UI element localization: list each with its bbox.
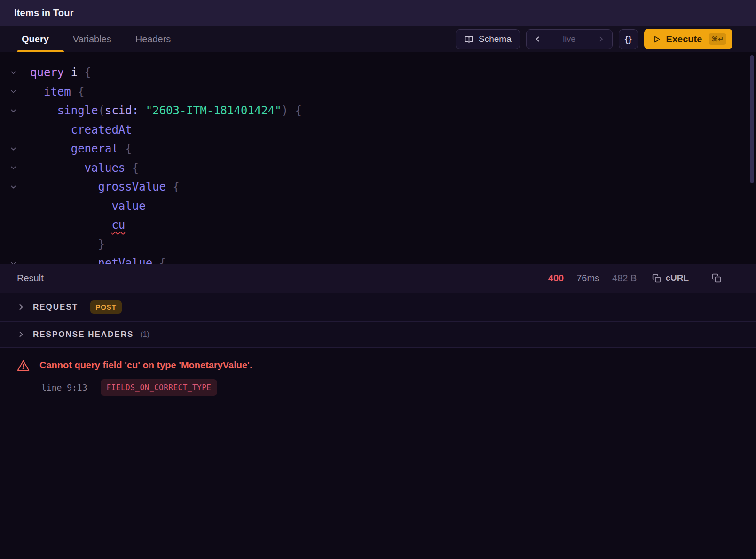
code-text: }: [98, 235, 104, 254]
chevron-right-icon: [17, 330, 25, 338]
code-line[interactable]: item {: [0, 82, 756, 102]
code-token: [152, 256, 159, 264]
code-token: {: [295, 104, 302, 117]
code-text: value: [111, 197, 145, 216]
fold-chevron-icon[interactable]: [0, 164, 30, 171]
code-lines: query i {item {single(scid: "2603-ITM-18…: [0, 63, 756, 264]
code-text: general {: [71, 139, 132, 159]
code-line[interactable]: createdAt: [0, 120, 756, 140]
code-token: {: [173, 180, 179, 193]
code-token: [166, 180, 173, 193]
fold-chevron-icon[interactable]: [0, 260, 30, 264]
env-next-button[interactable]: [594, 33, 608, 45]
code-token: [78, 66, 84, 79]
error-rule-badge: FIELDS_ON_CORRECT_TYPE: [101, 379, 218, 396]
code-token: [64, 66, 71, 79]
execute-button-label: Execute: [666, 34, 702, 45]
keyboard-shortcut-badge: ⌘↵: [709, 33, 726, 45]
fold-chevron-icon[interactable]: [0, 107, 30, 114]
code-token: values: [85, 161, 126, 175]
fold-chevron-icon[interactable]: [0, 88, 30, 95]
graphql-ide: Items in Tour Query Variables Headers Sc…: [0, 0, 756, 559]
request-section-toggle[interactable]: REQUEST POST: [0, 293, 756, 321]
schema-button[interactable]: Schema: [456, 29, 520, 49]
code-line[interactable]: query i {: [0, 63, 756, 82]
http-method-badge: POST: [90, 300, 122, 314]
tab-headers[interactable]: Headers: [134, 26, 172, 52]
environment-name: live: [563, 34, 575, 44]
code-line[interactable]: grossValue {: [0, 177, 756, 197]
status-code: 400: [548, 273, 564, 284]
copy-curl-button[interactable]: cURL: [649, 272, 692, 284]
code-line[interactable]: }: [0, 235, 756, 254]
code-token: scid:: [105, 104, 139, 117]
code-token: {: [125, 142, 132, 155]
chevron-left-icon: [534, 35, 542, 43]
code-line[interactable]: netValue {: [0, 254, 756, 264]
code-text: query i {: [30, 63, 91, 82]
error-row: Cannot query field 'cu' on type 'Monetar…: [17, 359, 739, 372]
result-header: Result 400 76ms 482 B cURL: [0, 264, 756, 293]
code-token: value: [111, 200, 145, 213]
code-token: ): [282, 104, 288, 117]
warning-icon: [17, 359, 30, 372]
code-token: [125, 161, 132, 175]
error-panel: Cannot query field 'cu' on type 'Monetar…: [0, 347, 756, 559]
code-text: createdAt: [71, 120, 132, 140]
result-meta: 400 76ms 482 B cURL: [548, 272, 722, 284]
code-text: netValue {: [98, 254, 166, 264]
code-token: [118, 142, 125, 155]
tab-query[interactable]: Query: [21, 26, 50, 52]
code-text: values {: [85, 159, 139, 178]
result-title: Result: [17, 273, 44, 284]
execute-button[interactable]: Execute ⌘↵: [644, 29, 732, 49]
code-text: grossValue {: [98, 177, 179, 197]
fold-chevron-icon[interactable]: [0, 69, 30, 76]
error-location: line 9:13: [41, 383, 87, 392]
response-headers-section-toggle[interactable]: RESPONSE HEADERS (1): [0, 321, 756, 347]
code-line[interactable]: cu: [0, 216, 756, 235]
fold-chevron-icon[interactable]: [0, 145, 30, 152]
code-token: [288, 104, 295, 117]
environment-switcher: live: [526, 29, 613, 49]
code-token: [139, 104, 145, 117]
play-icon: [652, 34, 662, 44]
code-token: grossValue: [98, 180, 166, 193]
code-text: single(scid: "2603-ITM-181401424") {: [57, 101, 302, 120]
code-token: cu: [111, 218, 125, 232]
copy-icon: [712, 273, 721, 283]
book-icon: [464, 34, 474, 44]
env-previous-button[interactable]: [531, 33, 545, 45]
request-section-label: REQUEST: [33, 303, 78, 312]
code-line[interactable]: general {: [0, 139, 756, 159]
chevron-right-icon: [597, 35, 605, 43]
copy-response-button[interactable]: [711, 272, 722, 284]
code-token: netValue: [98, 256, 152, 264]
code-token: item: [44, 85, 71, 98]
tab-variables[interactable]: Variables: [72, 26, 112, 52]
code-line[interactable]: value: [0, 197, 756, 216]
code-token: general: [71, 142, 118, 155]
chevron-right-icon: [17, 303, 25, 311]
code-line[interactable]: single(scid: "2603-ITM-181401424") {: [0, 101, 756, 120]
curl-label: cURL: [665, 273, 689, 283]
response-headers-count: (1): [140, 330, 150, 339]
query-editor[interactable]: query i {item {single(scid: "2603-ITM-18…: [0, 52, 756, 264]
fold-chevron-icon[interactable]: [0, 184, 30, 191]
code-token: i: [71, 66, 78, 79]
code-token: (: [98, 104, 105, 117]
tabbar: Query Variables Headers Schema live: [0, 26, 756, 52]
code-line[interactable]: values {: [0, 159, 756, 178]
response-size: 482 B: [612, 273, 637, 284]
code-token: }: [98, 238, 104, 251]
code-token: "2603-ITM-181401424": [146, 104, 282, 117]
schema-button-label: Schema: [479, 34, 512, 44]
error-message: Cannot query field 'cu' on type 'Monetar…: [39, 360, 252, 371]
error-meta: line 9:13 FIELDS_ON_CORRECT_TYPE: [41, 379, 739, 396]
scrollbar[interactable]: [750, 55, 754, 183]
prettify-button[interactable]: {}: [619, 29, 638, 49]
code-token: query: [30, 66, 64, 79]
code-token: {: [78, 85, 84, 98]
window-title: Items in Tour: [14, 8, 74, 18]
code-text: cu: [111, 216, 125, 235]
